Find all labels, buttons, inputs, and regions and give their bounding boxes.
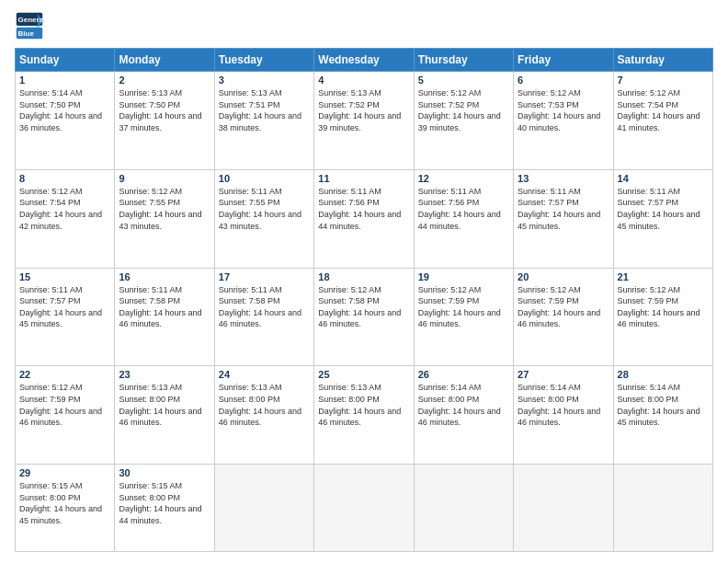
page: General Blue SundayMondayTuesdayWednesda… [0,0,728,563]
calendar-cell: 13Sunrise: 5:11 AMSunset: 7:57 PMDayligh… [514,169,613,268]
day-info: Sunrise: 5:12 AMSunset: 7:59 PMDaylight:… [418,284,509,330]
day-info: Sunrise: 5:11 AMSunset: 7:57 PMDaylight:… [19,284,110,330]
day-number: 16 [119,271,210,282]
day-number: 6 [518,75,609,86]
day-number: 29 [19,467,110,478]
day-number: 20 [518,271,609,282]
header: General Blue [15,11,713,40]
calendar-cell: 7Sunrise: 5:12 AMSunset: 7:54 PMDaylight… [613,72,712,170]
calendar-cell: 3Sunrise: 5:13 AMSunset: 7:51 PMDaylight… [214,72,313,170]
svg-text:Blue: Blue [18,29,35,38]
day-number: 27 [518,369,609,380]
day-info: Sunrise: 5:13 AMSunset: 8:00 PMDaylight:… [219,382,310,428]
calendar-cell: 21Sunrise: 5:12 AMSunset: 7:59 PMDayligh… [613,268,712,366]
day-info: Sunrise: 5:11 AMSunset: 7:56 PMDaylight:… [318,186,409,232]
calendar-cell: 15Sunrise: 5:11 AMSunset: 7:57 PMDayligh… [16,268,115,366]
week-row-4: 22Sunrise: 5:12 AMSunset: 7:59 PMDayligh… [16,366,713,465]
calendar-cell: 25Sunrise: 5:13 AMSunset: 8:00 PMDayligh… [314,366,414,465]
day-info: Sunrise: 5:11 AMSunset: 7:56 PMDaylight:… [418,186,509,232]
day-number: 15 [19,271,110,282]
calendar-cell: 22Sunrise: 5:12 AMSunset: 7:59 PMDayligh… [16,366,115,465]
day-info: Sunrise: 5:15 AMSunset: 8:00 PMDaylight:… [119,480,210,526]
calendar-cell [214,465,313,552]
day-header-sunday: Sunday [16,49,115,72]
week-row-5: 29Sunrise: 5:15 AMSunset: 8:00 PMDayligh… [16,465,713,552]
day-number: 4 [318,75,409,86]
calendar-table: SundayMondayTuesdayWednesdayThursdayFrid… [15,48,713,552]
day-info: Sunrise: 5:12 AMSunset: 7:52 PMDaylight:… [418,87,509,133]
day-header-monday: Monday [115,49,214,72]
calendar-cell: 4Sunrise: 5:13 AMSunset: 7:52 PMDaylight… [314,72,414,170]
week-row-2: 8Sunrise: 5:12 AMSunset: 7:54 PMDaylight… [16,169,713,268]
calendar-cell: 14Sunrise: 5:11 AMSunset: 7:57 PMDayligh… [613,169,712,268]
day-header-thursday: Thursday [414,49,513,72]
calendar-cell: 10Sunrise: 5:11 AMSunset: 7:55 PMDayligh… [214,169,313,268]
day-number: 1 [19,75,110,86]
calendar-cell: 18Sunrise: 5:12 AMSunset: 7:58 PMDayligh… [314,268,414,366]
day-info: Sunrise: 5:12 AMSunset: 7:54 PMDaylight:… [618,87,709,133]
day-info: Sunrise: 5:12 AMSunset: 7:55 PMDaylight:… [119,186,210,232]
day-number: 21 [618,271,709,282]
calendar-cell: 2Sunrise: 5:13 AMSunset: 7:50 PMDaylight… [115,72,214,170]
day-number: 25 [318,369,409,380]
calendar-cell: 26Sunrise: 5:14 AMSunset: 8:00 PMDayligh… [414,366,513,465]
day-info: Sunrise: 5:14 AMSunset: 7:50 PMDaylight:… [19,87,110,133]
calendar-cell [514,465,613,552]
day-info: Sunrise: 5:11 AMSunset: 7:57 PMDaylight:… [618,186,709,232]
calendar-cell: 30Sunrise: 5:15 AMSunset: 8:00 PMDayligh… [115,465,214,552]
calendar-cell: 17Sunrise: 5:11 AMSunset: 7:58 PMDayligh… [214,268,313,366]
day-number: 28 [618,369,709,380]
calendar-cell: 11Sunrise: 5:11 AMSunset: 7:56 PMDayligh… [314,169,414,268]
day-number: 12 [418,173,509,184]
day-info: Sunrise: 5:12 AMSunset: 7:53 PMDaylight:… [518,87,609,133]
day-info: Sunrise: 5:11 AMSunset: 7:58 PMDaylight:… [119,284,210,330]
calendar-cell: 1Sunrise: 5:14 AMSunset: 7:50 PMDaylight… [16,72,115,170]
day-info: Sunrise: 5:12 AMSunset: 7:59 PMDaylight:… [518,284,609,330]
calendar-cell: 8Sunrise: 5:12 AMSunset: 7:54 PMDaylight… [16,169,115,268]
day-number: 11 [318,173,409,184]
calendar-cell: 28Sunrise: 5:14 AMSunset: 8:00 PMDayligh… [613,366,712,465]
day-info: Sunrise: 5:13 AMSunset: 7:52 PMDaylight:… [318,87,409,133]
day-number: 24 [219,369,310,380]
calendar-cell: 9Sunrise: 5:12 AMSunset: 7:55 PMDaylight… [115,169,214,268]
day-number: 13 [518,173,609,184]
calendar-cell: 6Sunrise: 5:12 AMSunset: 7:53 PMDaylight… [514,72,613,170]
day-info: Sunrise: 5:12 AMSunset: 7:54 PMDaylight:… [19,186,110,232]
logo: General Blue [15,11,44,40]
calendar-cell [314,465,414,552]
calendar-header-row: SundayMondayTuesdayWednesdayThursdayFrid… [16,49,713,72]
calendar-cell [613,465,712,552]
day-number: 17 [219,271,310,282]
day-number: 3 [219,75,310,86]
day-number: 23 [119,369,210,380]
day-info: Sunrise: 5:13 AMSunset: 8:00 PMDaylight:… [318,382,409,428]
day-number: 7 [618,75,709,86]
week-row-3: 15Sunrise: 5:11 AMSunset: 7:57 PMDayligh… [16,268,713,366]
day-number: 22 [19,369,110,380]
day-number: 26 [418,369,509,380]
calendar-cell: 12Sunrise: 5:11 AMSunset: 7:56 PMDayligh… [414,169,513,268]
day-info: Sunrise: 5:11 AMSunset: 7:55 PMDaylight:… [219,186,310,232]
calendar-cell: 23Sunrise: 5:13 AMSunset: 8:00 PMDayligh… [115,366,214,465]
day-info: Sunrise: 5:14 AMSunset: 8:00 PMDaylight:… [618,382,709,428]
day-number: 18 [318,271,409,282]
day-info: Sunrise: 5:11 AMSunset: 7:57 PMDaylight:… [518,186,609,232]
calendar-cell: 20Sunrise: 5:12 AMSunset: 7:59 PMDayligh… [514,268,613,366]
logo-icon: General Blue [15,11,44,40]
day-info: Sunrise: 5:12 AMSunset: 7:59 PMDaylight:… [19,382,110,428]
calendar-cell: 27Sunrise: 5:14 AMSunset: 8:00 PMDayligh… [514,366,613,465]
svg-text:General: General [18,16,44,24]
day-number: 19 [418,271,509,282]
day-number: 2 [119,75,210,86]
day-info: Sunrise: 5:13 AMSunset: 8:00 PMDaylight:… [119,382,210,428]
day-info: Sunrise: 5:13 AMSunset: 7:50 PMDaylight:… [119,87,210,133]
day-number: 9 [119,173,210,184]
week-row-1: 1Sunrise: 5:14 AMSunset: 7:50 PMDaylight… [16,72,713,170]
calendar-cell: 19Sunrise: 5:12 AMSunset: 7:59 PMDayligh… [414,268,513,366]
day-info: Sunrise: 5:11 AMSunset: 7:58 PMDaylight:… [219,284,310,330]
calendar-cell [414,465,513,552]
day-number: 5 [418,75,509,86]
day-header-tuesday: Tuesday [214,49,313,72]
calendar-cell: 5Sunrise: 5:12 AMSunset: 7:52 PMDaylight… [414,72,513,170]
day-info: Sunrise: 5:13 AMSunset: 7:51 PMDaylight:… [219,87,310,133]
